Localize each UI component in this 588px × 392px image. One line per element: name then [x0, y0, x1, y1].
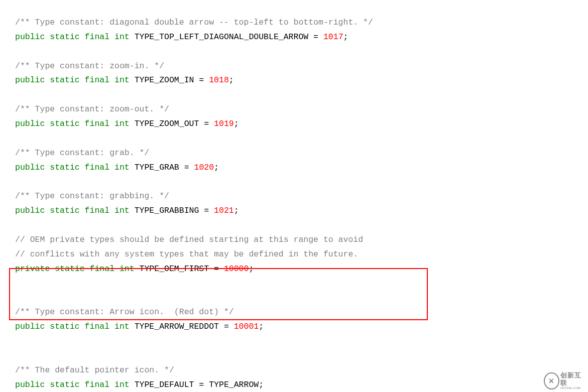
code-comment: /** Type constant: zoom-out. */ [15, 104, 169, 114]
code-identifier: TYPE_ZOOM_IN = [130, 75, 209, 85]
code-identifier: TYPE_GRABBING = [130, 206, 214, 215]
code-number: 1018 [209, 75, 229, 85]
code-number: 10000 [224, 264, 249, 274]
code-number: 1017 [323, 32, 343, 42]
logo-icon: ✕ [544, 372, 559, 389]
code-identifier: TYPE_ZOOM_OUT = [130, 119, 214, 128]
code-keyword: private static final int [15, 264, 135, 274]
code-keyword: public static final int [15, 75, 130, 85]
code-semi: ; [229, 75, 234, 85]
code-number: 1019 [214, 119, 234, 128]
code-keyword: public static final int [15, 119, 130, 128]
code-comment: /** Type constant: diagonal double arrow… [15, 18, 373, 27]
code-semi: ; [234, 119, 239, 128]
code-keyword: public static final int [15, 322, 130, 331]
code-comment: /** Type constant: grabbing. */ [15, 191, 169, 201]
code-block: /** Type constant: diagonal double arrow… [0, 0, 588, 392]
code-comment: // conflicts with any system types that … [15, 249, 358, 259]
code-keyword: public static final int [15, 206, 130, 215]
watermark-logo: ✕ 创新互联 CDCXHL.COM [544, 373, 585, 389]
code-number: 10001 [234, 322, 259, 331]
code-semi: ; [259, 322, 264, 331]
logo-cn: 创新互联 [560, 372, 585, 386]
code-comment: // OEM private types should be defined s… [15, 235, 363, 244]
code-comment: /** Type constant: Arrow icon. (Red dot)… [15, 307, 234, 317]
code-comment: /** Type constant: zoom-in. */ [15, 61, 164, 71]
code-semi: ; [234, 206, 239, 215]
logo-en: CDCXHL.COM [560, 386, 585, 390]
logo-text: 创新互联 CDCXHL.COM [560, 372, 585, 389]
code-identifier: TYPE_GRAB = [130, 163, 194, 172]
code-number: 1020 [194, 163, 214, 172]
code-identifier: TYPE_DEFAULT = TYPE_ARROW; [130, 380, 264, 389]
code-identifier: TYPE_TOP_LEFT_DIAGONAL_DOUBLE_ARROW = [130, 32, 323, 42]
code-semi: ; [343, 32, 348, 42]
code-semi: ; [249, 264, 254, 274]
code-keyword: public static final int [15, 380, 130, 389]
code-identifier: TYPE_ARROW_REDDOT = [130, 322, 234, 331]
code-comment: /** The default pointer icon. */ [15, 365, 174, 375]
code-number: 1021 [214, 206, 234, 215]
code-keyword: public static final int [15, 163, 130, 172]
code-semi: ; [214, 163, 219, 172]
code-comment: /** Type constant: grab. */ [15, 148, 149, 158]
code-keyword: public static final int [15, 32, 130, 42]
code-identifier: TYPE_OEM_FIRST = [135, 264, 224, 274]
